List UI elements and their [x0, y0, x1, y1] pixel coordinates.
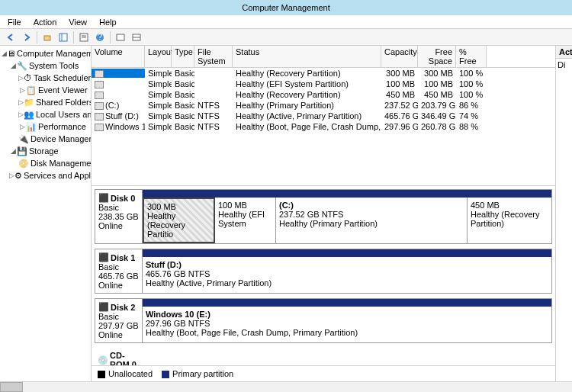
disk1-part-d[interactable]: Stuff (D:)465.76 GB NTFSHealthy (Active,…	[143, 257, 551, 293]
tree-scrollbar[interactable]	[0, 381, 572, 392]
up-button[interactable]	[40, 31, 55, 44]
window-title: Computer Management	[242, 3, 330, 12]
tree-root[interactable]: ◢🖥Computer Management (Local	[0, 47, 91, 59]
storage-icon: 💾	[17, 146, 27, 156]
tree-event-viewer[interactable]: ▷📋Event Viewer	[0, 84, 91, 96]
actions-item[interactable]: Di	[556, 59, 572, 71]
volume-row[interactable]: Windows 10 (E:)SimpleBasicNTFSHealthy (B…	[92, 121, 555, 132]
disk-icon: 📀	[18, 158, 29, 169]
cdrom-icon: 💿	[98, 355, 108, 365]
tools-icon: 🔧	[17, 60, 27, 71]
menu-help[interactable]: Help	[95, 18, 121, 27]
clock-icon: ⏱	[24, 72, 32, 83]
menu-file[interactable]: File	[3, 18, 26, 27]
col-status[interactable]: Status	[233, 46, 381, 67]
disk-1[interactable]: ⬛Disk 1 Basic465.76 GBOnline Stuff (D:)4…	[95, 249, 552, 294]
col-capacity[interactable]: Capacity	[381, 46, 418, 67]
toolbar: ?	[0, 29, 572, 46]
forward-button[interactable]	[19, 31, 34, 44]
col-layout[interactable]: Layout	[145, 46, 172, 67]
col-filesystem[interactable]: File System	[194, 46, 233, 67]
volume-list: Volume Layout Type File System Status Ca…	[92, 46, 555, 186]
menu-view[interactable]: View	[64, 18, 92, 27]
legend-primary: Primary partition	[162, 369, 233, 378]
users-icon: 👥	[24, 109, 34, 120]
disk0-part-recovery2[interactable]: 450 MBHealthy (Recovery Partition)	[468, 198, 551, 243]
computer-icon: 🖥	[7, 48, 15, 59]
volume-row[interactable]: (C:)SimpleBasicNTFSHealthy (Primary Part…	[92, 100, 555, 111]
tree-device-manager[interactable]: 🔌Device Manager	[0, 133, 91, 145]
services-icon: ⚙	[14, 170, 22, 181]
disk-icon: ⬛	[98, 193, 109, 203]
menu-action[interactable]: Action	[29, 18, 62, 27]
cdrom-0-label: 💿CD-ROM 0 DVD (F:)No Media	[95, 348, 142, 365]
volume-row[interactable]: SimpleBasicHealthy (Recovery Partition)3…	[92, 68, 555, 79]
device-icon: 🔌	[18, 133, 29, 144]
tree-local-users[interactable]: ▷👥Local Users and Groups	[0, 108, 91, 120]
event-icon: 📋	[26, 85, 37, 95]
disk-1-label: ⬛Disk 1 Basic465.76 GBOnline	[95, 249, 143, 293]
tree-disk-management[interactable]: 📀Disk Management	[0, 157, 91, 169]
nav-tree[interactable]: ◢🖥Computer Management (Local ◢🔧System To…	[0, 46, 92, 381]
folder-icon: 📁	[24, 97, 34, 108]
tree-storage[interactable]: ◢💾Storage	[0, 145, 91, 157]
svg-text:?: ?	[98, 33, 102, 41]
actions-pane: Act Di	[555, 46, 572, 381]
help-button[interactable]: ?	[92, 31, 108, 44]
disk-0-label: ⬛Disk 0 Basic238.35 GBOnline	[95, 190, 143, 243]
list-button[interactable]	[129, 31, 144, 44]
col-type[interactable]: Type	[172, 46, 194, 67]
disk0-part-recovery1[interactable]: 300 MBHealthy (Recovery Partitio	[143, 198, 215, 243]
volume-header: Volume Layout Type File System Status Ca…	[92, 46, 555, 68]
disk0-part-c[interactable]: (C:)237.52 GB NTFSHealthy (Primary Parti…	[276, 198, 468, 243]
disk-icon: ⬛	[98, 302, 109, 312]
volume-row[interactable]: SimpleBasicHealthy (Recovery Partition)4…	[92, 89, 555, 100]
col-pctfree[interactable]: % Free	[456, 46, 487, 67]
perf-icon: 📊	[26, 121, 37, 132]
tree-system-tools[interactable]: ◢🔧System Tools	[0, 59, 91, 72]
col-freespace[interactable]: Free Space	[418, 46, 456, 67]
actions-header: Act	[556, 46, 572, 59]
svg-rect-1	[59, 34, 67, 41]
disk-0[interactable]: ⬛Disk 0 Basic238.35 GBOnline 300 MBHealt…	[95, 189, 552, 244]
disk0-part-efi[interactable]: 100 MBHealthy (EFI System	[215, 198, 276, 243]
menu-bar: File Action View Help	[0, 15, 572, 29]
svg-rect-0	[44, 36, 50, 40]
svg-rect-8	[117, 34, 124, 40]
tree-task-scheduler[interactable]: ▷⏱Task Scheduler	[0, 72, 91, 84]
col-volume[interactable]: Volume	[92, 46, 145, 67]
cdrom-0[interactable]: 💿CD-ROM 0 DVD (F:)No Media	[95, 348, 552, 365]
disk-2-label: ⬛Disk 2 Basic297.97 GBOnline	[95, 299, 143, 342]
volume-row[interactable]: SimpleBasicHealthy (EFI System Partition…	[92, 79, 555, 89]
tree-performance[interactable]: ▷📊Performance	[0, 120, 91, 133]
back-button[interactable]	[3, 31, 18, 44]
disk2-part-e[interactable]: Windows 10 (E:)297.96 GB NTFSHealthy (Bo…	[143, 307, 551, 342]
legend: Unallocated Primary partition	[92, 365, 555, 381]
show-hide-tree-button[interactable]	[56, 31, 71, 44]
settings-button[interactable]	[113, 31, 128, 44]
legend-unallocated: Unallocated	[98, 369, 153, 378]
disk-graphical-view: ⬛Disk 0 Basic238.35 GBOnline 300 MBHealt…	[92, 186, 555, 365]
tree-services[interactable]: ▷⚙Services and Applications	[0, 169, 91, 182]
tree-shared-folders[interactable]: ▷📁Shared Folders	[0, 96, 91, 108]
volume-row[interactable]: Stuff (D:)SimpleBasicNTFSHealthy (Active…	[92, 111, 555, 121]
disk-icon: ⬛	[98, 252, 109, 262]
disk-2[interactable]: ⬛Disk 2 Basic297.97 GBOnline Windows 10 …	[95, 298, 552, 343]
properties-button[interactable]	[76, 31, 92, 44]
window-titlebar: Computer Management	[0, 0, 572, 15]
